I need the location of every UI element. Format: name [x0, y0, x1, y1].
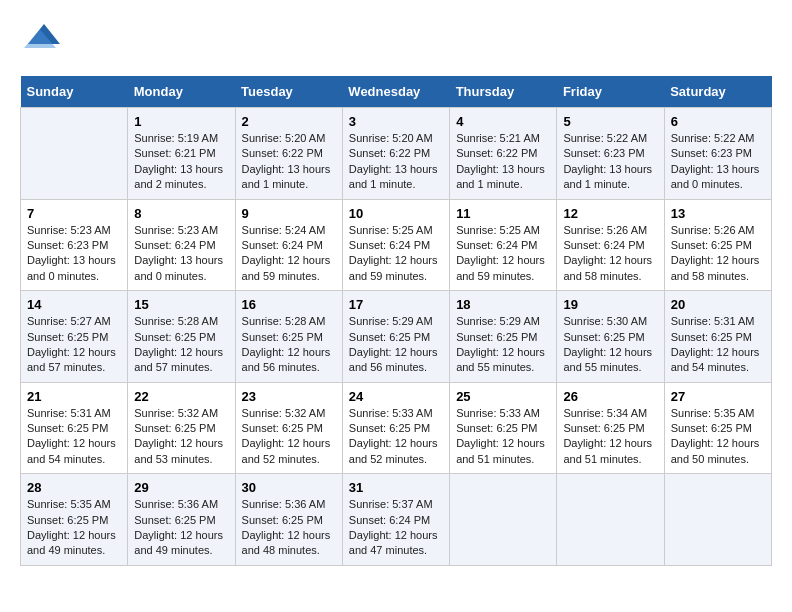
day-number: 5 [563, 114, 657, 129]
day-number: 13 [671, 206, 765, 221]
week-row-2: 7Sunrise: 5:23 AM Sunset: 6:23 PM Daylig… [21, 199, 772, 291]
day-info: Sunrise: 5:32 AM Sunset: 6:25 PM Dayligh… [242, 406, 336, 468]
day-number: 7 [27, 206, 121, 221]
day-info: Sunrise: 5:21 AM Sunset: 6:22 PM Dayligh… [456, 131, 550, 193]
calendar-cell: 1Sunrise: 5:19 AM Sunset: 6:21 PM Daylig… [128, 108, 235, 200]
calendar-cell: 9Sunrise: 5:24 AM Sunset: 6:24 PM Daylig… [235, 199, 342, 291]
day-info: Sunrise: 5:36 AM Sunset: 6:25 PM Dayligh… [242, 497, 336, 559]
day-number: 17 [349, 297, 443, 312]
day-number: 12 [563, 206, 657, 221]
day-info: Sunrise: 5:20 AM Sunset: 6:22 PM Dayligh… [349, 131, 443, 193]
day-info: Sunrise: 5:25 AM Sunset: 6:24 PM Dayligh… [456, 223, 550, 285]
calendar-cell [557, 474, 664, 566]
header-cell-monday: Monday [128, 76, 235, 108]
day-info: Sunrise: 5:19 AM Sunset: 6:21 PM Dayligh… [134, 131, 228, 193]
day-info: Sunrise: 5:24 AM Sunset: 6:24 PM Dayligh… [242, 223, 336, 285]
calendar-cell: 17Sunrise: 5:29 AM Sunset: 6:25 PM Dayli… [342, 291, 449, 383]
day-info: Sunrise: 5:28 AM Sunset: 6:25 PM Dayligh… [134, 314, 228, 376]
header-cell-tuesday: Tuesday [235, 76, 342, 108]
day-info: Sunrise: 5:37 AM Sunset: 6:24 PM Dayligh… [349, 497, 443, 559]
day-info: Sunrise: 5:28 AM Sunset: 6:25 PM Dayligh… [242, 314, 336, 376]
day-number: 4 [456, 114, 550, 129]
calendar-cell: 13Sunrise: 5:26 AM Sunset: 6:25 PM Dayli… [664, 199, 771, 291]
calendar-cell: 19Sunrise: 5:30 AM Sunset: 6:25 PM Dayli… [557, 291, 664, 383]
calendar-cell: 20Sunrise: 5:31 AM Sunset: 6:25 PM Dayli… [664, 291, 771, 383]
logo-icon [20, 20, 60, 60]
page-header [20, 20, 772, 60]
day-info: Sunrise: 5:29 AM Sunset: 6:25 PM Dayligh… [456, 314, 550, 376]
day-number: 10 [349, 206, 443, 221]
day-info: Sunrise: 5:31 AM Sunset: 6:25 PM Dayligh… [671, 314, 765, 376]
calendar-cell: 28Sunrise: 5:35 AM Sunset: 6:25 PM Dayli… [21, 474, 128, 566]
day-info: Sunrise: 5:26 AM Sunset: 6:24 PM Dayligh… [563, 223, 657, 285]
calendar-cell: 24Sunrise: 5:33 AM Sunset: 6:25 PM Dayli… [342, 382, 449, 474]
header-row: SundayMondayTuesdayWednesdayThursdayFrid… [21, 76, 772, 108]
calendar-cell: 15Sunrise: 5:28 AM Sunset: 6:25 PM Dayli… [128, 291, 235, 383]
day-number: 22 [134, 389, 228, 404]
calendar-body: 1Sunrise: 5:19 AM Sunset: 6:21 PM Daylig… [21, 108, 772, 566]
day-info: Sunrise: 5:35 AM Sunset: 6:25 PM Dayligh… [27, 497, 121, 559]
day-number: 26 [563, 389, 657, 404]
calendar-table: SundayMondayTuesdayWednesdayThursdayFrid… [20, 76, 772, 566]
day-number: 1 [134, 114, 228, 129]
day-number: 8 [134, 206, 228, 221]
day-number: 23 [242, 389, 336, 404]
calendar-header: SundayMondayTuesdayWednesdayThursdayFrid… [21, 76, 772, 108]
calendar-cell: 21Sunrise: 5:31 AM Sunset: 6:25 PM Dayli… [21, 382, 128, 474]
day-info: Sunrise: 5:35 AM Sunset: 6:25 PM Dayligh… [671, 406, 765, 468]
calendar-cell: 3Sunrise: 5:20 AM Sunset: 6:22 PM Daylig… [342, 108, 449, 200]
calendar-cell: 16Sunrise: 5:28 AM Sunset: 6:25 PM Dayli… [235, 291, 342, 383]
calendar-cell: 5Sunrise: 5:22 AM Sunset: 6:23 PM Daylig… [557, 108, 664, 200]
calendar-cell: 10Sunrise: 5:25 AM Sunset: 6:24 PM Dayli… [342, 199, 449, 291]
day-number: 24 [349, 389, 443, 404]
day-info: Sunrise: 5:23 AM Sunset: 6:24 PM Dayligh… [134, 223, 228, 285]
calendar-cell: 2Sunrise: 5:20 AM Sunset: 6:22 PM Daylig… [235, 108, 342, 200]
calendar-cell: 18Sunrise: 5:29 AM Sunset: 6:25 PM Dayli… [450, 291, 557, 383]
day-number: 2 [242, 114, 336, 129]
day-info: Sunrise: 5:20 AM Sunset: 6:22 PM Dayligh… [242, 131, 336, 193]
day-info: Sunrise: 5:26 AM Sunset: 6:25 PM Dayligh… [671, 223, 765, 285]
day-number: 9 [242, 206, 336, 221]
day-info: Sunrise: 5:22 AM Sunset: 6:23 PM Dayligh… [563, 131, 657, 193]
calendar-cell: 23Sunrise: 5:32 AM Sunset: 6:25 PM Dayli… [235, 382, 342, 474]
week-row-5: 28Sunrise: 5:35 AM Sunset: 6:25 PM Dayli… [21, 474, 772, 566]
day-info: Sunrise: 5:33 AM Sunset: 6:25 PM Dayligh… [349, 406, 443, 468]
day-number: 14 [27, 297, 121, 312]
day-info: Sunrise: 5:29 AM Sunset: 6:25 PM Dayligh… [349, 314, 443, 376]
day-number: 25 [456, 389, 550, 404]
calendar-cell: 11Sunrise: 5:25 AM Sunset: 6:24 PM Dayli… [450, 199, 557, 291]
day-number: 19 [563, 297, 657, 312]
day-info: Sunrise: 5:33 AM Sunset: 6:25 PM Dayligh… [456, 406, 550, 468]
day-number: 30 [242, 480, 336, 495]
day-number: 18 [456, 297, 550, 312]
calendar-cell: 27Sunrise: 5:35 AM Sunset: 6:25 PM Dayli… [664, 382, 771, 474]
calendar-cell: 31Sunrise: 5:37 AM Sunset: 6:24 PM Dayli… [342, 474, 449, 566]
calendar-cell [664, 474, 771, 566]
calendar-cell: 8Sunrise: 5:23 AM Sunset: 6:24 PM Daylig… [128, 199, 235, 291]
day-number: 20 [671, 297, 765, 312]
calendar-cell: 22Sunrise: 5:32 AM Sunset: 6:25 PM Dayli… [128, 382, 235, 474]
calendar-cell: 26Sunrise: 5:34 AM Sunset: 6:25 PM Dayli… [557, 382, 664, 474]
calendar-cell [450, 474, 557, 566]
day-number: 31 [349, 480, 443, 495]
day-number: 27 [671, 389, 765, 404]
day-info: Sunrise: 5:22 AM Sunset: 6:23 PM Dayligh… [671, 131, 765, 193]
day-number: 21 [27, 389, 121, 404]
header-cell-thursday: Thursday [450, 76, 557, 108]
day-info: Sunrise: 5:30 AM Sunset: 6:25 PM Dayligh… [563, 314, 657, 376]
calendar-cell: 29Sunrise: 5:36 AM Sunset: 6:25 PM Dayli… [128, 474, 235, 566]
day-number: 28 [27, 480, 121, 495]
week-row-4: 21Sunrise: 5:31 AM Sunset: 6:25 PM Dayli… [21, 382, 772, 474]
day-info: Sunrise: 5:27 AM Sunset: 6:25 PM Dayligh… [27, 314, 121, 376]
week-row-1: 1Sunrise: 5:19 AM Sunset: 6:21 PM Daylig… [21, 108, 772, 200]
calendar-cell: 25Sunrise: 5:33 AM Sunset: 6:25 PM Dayli… [450, 382, 557, 474]
week-row-3: 14Sunrise: 5:27 AM Sunset: 6:25 PM Dayli… [21, 291, 772, 383]
day-number: 6 [671, 114, 765, 129]
header-cell-saturday: Saturday [664, 76, 771, 108]
day-number: 3 [349, 114, 443, 129]
day-info: Sunrise: 5:34 AM Sunset: 6:25 PM Dayligh… [563, 406, 657, 468]
calendar-cell: 6Sunrise: 5:22 AM Sunset: 6:23 PM Daylig… [664, 108, 771, 200]
header-cell-sunday: Sunday [21, 76, 128, 108]
logo [20, 20, 64, 60]
day-info: Sunrise: 5:23 AM Sunset: 6:23 PM Dayligh… [27, 223, 121, 285]
